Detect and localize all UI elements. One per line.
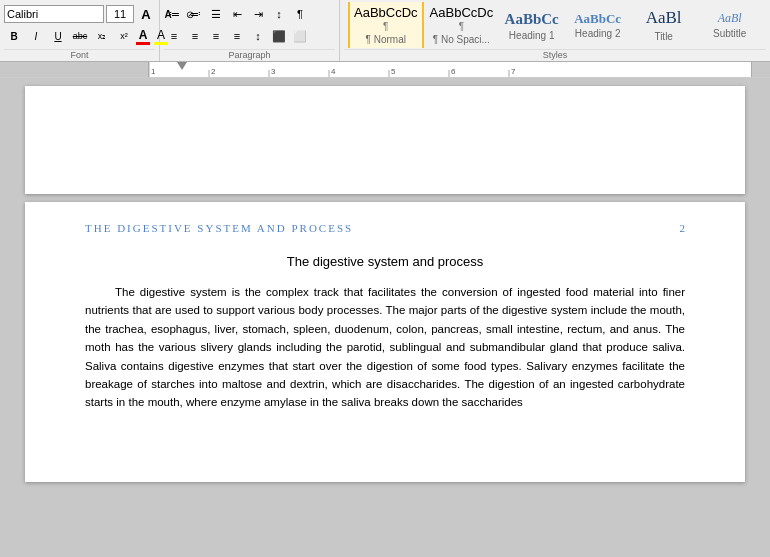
svg-text:1: 1 bbox=[151, 67, 156, 76]
superscript-button[interactable]: x² bbox=[114, 26, 134, 46]
doc-title: The digestive system and process bbox=[85, 254, 685, 269]
font-section-label: Font bbox=[4, 49, 155, 61]
shading-button[interactable]: ⬛ bbox=[269, 26, 289, 46]
chapter-header: THE DIGESTIVE SYSTEM AND PROCESS 2 bbox=[85, 222, 685, 234]
font-size-box[interactable]: 11 bbox=[106, 5, 134, 23]
style-h2-label: Heading 2 bbox=[575, 28, 621, 39]
svg-text:5: 5 bbox=[391, 67, 396, 76]
bold-button[interactable]: B bbox=[4, 26, 24, 46]
justify-button[interactable]: ≡ bbox=[227, 26, 247, 46]
style-h1-preview: AaBbCc bbox=[505, 10, 559, 28]
font-name-box[interactable]: Calibri bbox=[4, 5, 104, 23]
svg-text:3: 3 bbox=[271, 67, 276, 76]
svg-text:2: 2 bbox=[211, 67, 216, 76]
style-title[interactable]: AaBl Title bbox=[631, 2, 696, 48]
indent-marker bbox=[177, 62, 187, 70]
indent-increase-button[interactable]: ⇥ bbox=[248, 4, 268, 24]
style-subtitle[interactable]: AaBl Subtitle bbox=[697, 2, 762, 48]
style-no-spacing[interactable]: AaBbCcDc ¶ ¶ No Spaci... bbox=[425, 2, 499, 48]
bullet-list-button[interactable]: ≔ bbox=[164, 4, 184, 24]
styles-panel: AaBbCcDc ¶ ¶ Normal AaBbCcDc ¶ ¶ No Spac… bbox=[344, 2, 766, 48]
subscript-button[interactable]: x₂ bbox=[92, 26, 112, 46]
align-left-button[interactable]: ≡ bbox=[164, 26, 184, 46]
italic-button[interactable]: I bbox=[26, 26, 46, 46]
style-normal-preview: AaBbCcDc bbox=[354, 5, 418, 21]
style-normal-mark: ¶ bbox=[383, 21, 388, 32]
font-controls: Calibri 11 A A ⊘ B I U abc x₂ x² bbox=[4, 2, 155, 48]
page-2: THE DIGESTIVE SYSTEM AND PROCESS 2 The d… bbox=[25, 202, 745, 482]
underline-button[interactable]: U bbox=[48, 26, 68, 46]
style-nospace-mark: ¶ bbox=[459, 21, 464, 32]
style-title-label: Title bbox=[654, 31, 673, 42]
style-h2-preview: AaBbCc bbox=[574, 11, 621, 27]
font-group: Calibri 11 A A ⊘ B I U abc x₂ x² bbox=[0, 0, 160, 61]
svg-text:4: 4 bbox=[331, 67, 336, 76]
style-subtitle-label: Subtitle bbox=[713, 28, 746, 39]
ruler-ticks: 1 2 3 4 5 6 7 bbox=[149, 62, 751, 78]
borders-button[interactable]: ⬜ bbox=[290, 26, 310, 46]
multilevel-list-button[interactable]: ☰ bbox=[206, 4, 226, 24]
align-right-button[interactable]: ≡ bbox=[206, 26, 226, 46]
style-heading1[interactable]: AaBbCc Heading 1 bbox=[499, 2, 564, 48]
page-number: 2 bbox=[680, 222, 686, 234]
style-title-preview: AaBl bbox=[646, 8, 682, 28]
svg-text:6: 6 bbox=[451, 67, 456, 76]
chapter-title: THE DIGESTIVE SYSTEM AND PROCESS bbox=[85, 222, 353, 234]
ruler: 1 2 3 4 5 6 7 bbox=[0, 62, 770, 78]
numbered-list-button[interactable]: ≕ bbox=[185, 4, 205, 24]
style-heading2[interactable]: AaBbCc Heading 2 bbox=[565, 2, 630, 48]
toolbar: Calibri 11 A A ⊘ B I U abc x₂ x² bbox=[0, 0, 770, 62]
sort-button[interactable]: ↕ bbox=[269, 4, 289, 24]
styles-group: AaBbCcDc ¶ ¶ Normal AaBbCcDc ¶ ¶ No Spac… bbox=[340, 0, 770, 61]
styles-section-label: Styles bbox=[344, 49, 766, 61]
font-size-value: 11 bbox=[114, 8, 126, 20]
style-subtitle-preview: AaBl bbox=[718, 11, 742, 25]
document-area: THE DIGESTIVE SYSTEM AND PROCESS 2 The d… bbox=[0, 78, 770, 490]
paragraph-controls: ≔ ≕ ☰ ⇤ ⇥ ↕ ¶ ≡ ≡ ≡ ≡ ↕ ⬛ ⬜ bbox=[164, 2, 335, 48]
font-grow-button[interactable]: A bbox=[136, 4, 156, 24]
style-nospace-label: ¶ No Spaci... bbox=[433, 34, 490, 45]
paragraph-section-label: Paragraph bbox=[164, 49, 335, 61]
style-nospace-preview: AaBbCcDc bbox=[430, 5, 494, 21]
show-marks-button[interactable]: ¶ bbox=[290, 4, 310, 24]
font-color-button[interactable]: A bbox=[136, 28, 150, 45]
page-1 bbox=[25, 86, 745, 194]
style-h1-label: Heading 1 bbox=[509, 30, 555, 41]
body-paragraph: The digestive system is the complex trac… bbox=[85, 283, 685, 412]
paragraph-group: ≔ ≕ ☰ ⇤ ⇥ ↕ ¶ ≡ ≡ ≡ ≡ ↕ ⬛ ⬜ bbox=[160, 0, 340, 61]
line-spacing-button[interactable]: ↕ bbox=[248, 26, 268, 46]
indent-decrease-button[interactable]: ⇤ bbox=[227, 4, 247, 24]
font-name-value: Calibri bbox=[7, 8, 38, 20]
style-normal[interactable]: AaBbCcDc ¶ ¶ Normal bbox=[348, 2, 424, 48]
style-normal-label: ¶ Normal bbox=[366, 34, 406, 45]
align-center-button[interactable]: ≡ bbox=[185, 26, 205, 46]
svg-text:7: 7 bbox=[511, 67, 516, 76]
strikethrough-button[interactable]: abc bbox=[70, 26, 90, 46]
doc-body: The digestive system is the complex trac… bbox=[85, 283, 685, 412]
